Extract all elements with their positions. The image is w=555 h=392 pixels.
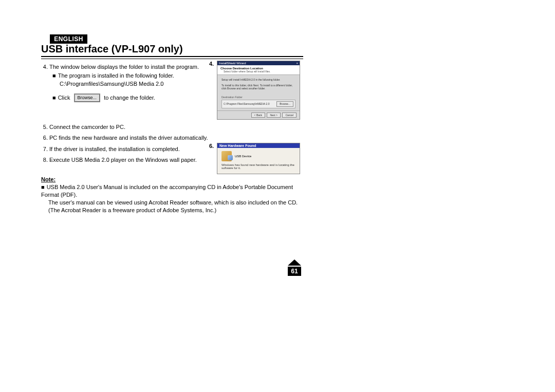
nhf-row: USB Device <box>217 148 300 162</box>
figure-4-label: 4. <box>209 61 214 67</box>
note-line1: USB Media 2.0 User's Manual is included … <box>41 184 293 198</box>
hardware-icon <box>221 151 232 161</box>
title-rule <box>41 56 303 59</box>
wizard-titlebar: InstallShield Wizard × <box>217 61 300 65</box>
nhf-device: USB Device <box>235 155 251 158</box>
note-heading: Note: <box>41 176 303 182</box>
triangle-icon <box>288 259 301 266</box>
wizard-body: Setup will install InMEDIA 2.0 in the fo… <box>217 75 300 110</box>
page-number: 61 <box>288 267 301 276</box>
wizard-header: Choose Destination Location Select folde… <box>217 65 300 75</box>
figure-6-label: 6. <box>209 143 214 149</box>
page-title: USB interface (VP-L907 only) <box>41 43 313 56</box>
nhf-titlebar: New Hardware Found <box>217 143 300 148</box>
step-5: Connect the camcorder to PC. <box>49 123 313 131</box>
step-4-text: The window below displays the folder to … <box>49 64 199 70</box>
note-body: ■USB Media 2.0 User's Manual is included… <box>41 183 303 214</box>
bullet-icon: ■ <box>52 94 56 102</box>
destination-path: C:\Program Files\Samsung\InMEDIA 2.0 <box>224 102 269 106</box>
nhf-message: Windows has found new hardware and is lo… <box>217 162 300 174</box>
destination-pathbox: C:\Program Files\Samsung\InMEDIA 2.0 Bro… <box>221 100 295 108</box>
language-label: ENGLISH <box>50 34 87 44</box>
browse-button[interactable]: Browse... <box>74 94 101 102</box>
next-button[interactable]: Next > <box>267 113 281 118</box>
note-line2: The user's manual can be viewed using Ac… <box>48 199 298 207</box>
wizard-footer: < Back Next > Cancel <box>217 110 300 119</box>
wizard-browse-button[interactable]: Browse... <box>276 101 293 107</box>
destination-folder-label: Destination Folder <box>221 96 295 99</box>
note-block: Note: ■USB Media 2.0 User's Manual is in… <box>41 176 303 214</box>
click-post: to change the folder. <box>104 95 155 101</box>
step-4-sub1-text: The program is installed in the followin… <box>58 72 174 79</box>
new-hardware-found-dialog: New Hardware Found USB Device Windows ha… <box>217 143 300 174</box>
step-6: PC finds the new hardware and installs t… <box>49 134 313 142</box>
wizard-title-text: InstallShield Wizard <box>219 62 246 65</box>
installshield-wizard-dialog: InstallShield Wizard × Choose Destinatio… <box>217 61 300 120</box>
click-pre: Click <box>58 95 70 101</box>
close-icon[interactable]: × <box>296 62 298 65</box>
bullet-icon: ■ <box>52 72 56 80</box>
page-number-block: 61 <box>288 259 301 276</box>
bullet-icon: ■ <box>41 183 45 191</box>
cancel-button[interactable]: Cancel <box>282 113 297 118</box>
wizard-subheading: Select folder where Setup will install f… <box>224 70 297 73</box>
wizard-body1: Setup will install InMEDIA 2.0 in the fo… <box>221 78 295 82</box>
note-line3: (The Acrobat Reader is a freeware produc… <box>48 207 216 214</box>
back-button[interactable]: < Back <box>251 113 265 118</box>
wizard-body2: To install to this folder, click Next. T… <box>221 84 295 90</box>
